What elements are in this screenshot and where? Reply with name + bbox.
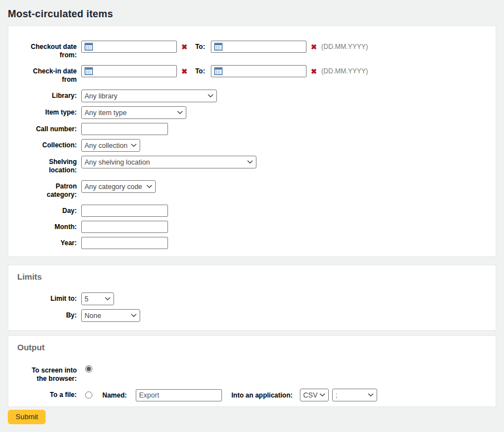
calendar-icon[interactable] xyxy=(85,67,93,75)
clear-date-icon[interactable]: ✖ xyxy=(311,41,317,51)
calendar-icon[interactable] xyxy=(85,43,93,51)
shelving-location-label: Shelving location: xyxy=(15,156,77,175)
item-type-select-wrap: Any item type xyxy=(81,106,186,119)
checkin-date-row: Check-in date from ✖ To: xyxy=(15,65,487,84)
limit-by-row: By: None xyxy=(15,309,487,322)
page-title: Most-circulated items xyxy=(0,0,504,26)
item-type-select[interactable]: Any item type xyxy=(81,106,186,119)
item-type-label: Item type: xyxy=(15,106,77,117)
clear-date-icon[interactable]: ✖ xyxy=(181,41,187,51)
shelving-location-select-wrap: Any shelving location xyxy=(81,156,256,168)
limit-to-label: Limit to: xyxy=(15,292,77,303)
patron-category-label: Patron category: xyxy=(15,180,77,199)
checkout-date-to-wrap xyxy=(211,41,307,53)
checkout-date-to-label: To: xyxy=(195,41,205,51)
filters-panel: Checkout date from: ✖ To: xyxy=(8,26,496,257)
library-row: Library: Any library xyxy=(15,90,487,102)
library-select-wrap: Any library xyxy=(81,90,217,102)
clear-date-icon[interactable]: ✖ xyxy=(181,65,187,76)
to-screen-label: To screen into the browser: xyxy=(15,364,77,383)
checkout-date-to-input[interactable] xyxy=(211,41,307,53)
collection-row: Collection: Any collection xyxy=(15,139,487,152)
month-label: Month: xyxy=(15,221,77,231)
patron-category-select-wrap: Any category code xyxy=(81,180,156,193)
date-format-hint: (DD.MM.YYYY) xyxy=(322,41,368,51)
checkin-date-to-label: To: xyxy=(195,65,205,75)
to-screen-radio[interactable] xyxy=(85,365,92,373)
month-input[interactable] xyxy=(81,221,168,233)
file-format-select-wrap: CSV xyxy=(300,389,329,401)
to-file-label: To a file: xyxy=(15,391,77,399)
checkin-date-label: Check-in date from xyxy=(15,65,77,84)
call-number-label: Call number: xyxy=(15,123,77,133)
month-row: Month: xyxy=(15,221,487,233)
file-name-input[interactable] xyxy=(136,389,222,401)
limit-by-select-wrap: None xyxy=(81,309,140,322)
limit-by-label: By: xyxy=(15,309,77,320)
call-number-input[interactable] xyxy=(81,123,168,135)
date-format-hint: (DD.MM.YYYY) xyxy=(322,65,368,75)
output-to-file-row: To a file: Named: Into an application: C… xyxy=(15,389,487,401)
collection-select-wrap: Any collection xyxy=(81,139,140,152)
to-file-radio[interactable] xyxy=(85,391,92,399)
library-select[interactable]: Any library xyxy=(81,90,217,102)
day-label: Day: xyxy=(15,205,77,215)
checkout-date-row: Checkout date from: ✖ To: xyxy=(15,41,487,59)
library-label: Library: xyxy=(15,90,77,100)
checkout-date-label: Checkout date from: xyxy=(15,41,77,59)
submit-button[interactable]: Submit xyxy=(8,410,46,424)
shelving-location-select[interactable]: Any shelving location xyxy=(81,156,256,168)
call-number-row: Call number: xyxy=(15,123,487,135)
separator-select-wrap: ; xyxy=(332,389,377,401)
checkin-date-to-wrap xyxy=(211,65,307,77)
checkout-date-from-wrap xyxy=(81,41,177,53)
collection-label: Collection: xyxy=(15,139,77,150)
day-input[interactable] xyxy=(81,205,168,217)
named-label: Named: xyxy=(102,391,127,399)
limits-heading: Limits xyxy=(17,272,487,281)
year-label: Year: xyxy=(15,237,77,247)
limit-to-select-wrap: 5 xyxy=(81,292,114,305)
checkin-date-from-input[interactable] xyxy=(81,65,177,77)
separator-select[interactable]: ; xyxy=(332,389,377,401)
patron-category-select[interactable]: Any category code xyxy=(81,180,156,193)
patron-category-row: Patron category: Any category code xyxy=(15,180,487,199)
item-type-row: Item type: Any item type xyxy=(15,106,487,119)
into-application-label: Into an application: xyxy=(231,391,293,399)
checkout-date-from-input[interactable] xyxy=(81,41,177,53)
calendar-icon[interactable] xyxy=(214,43,223,51)
calendar-icon[interactable] xyxy=(214,67,223,75)
limit-to-select[interactable]: 5 xyxy=(81,292,114,305)
day-row: Day: xyxy=(15,205,487,217)
checkin-date-from-wrap xyxy=(81,65,177,77)
limits-panel: Limits Limit to: 5 By: None xyxy=(8,265,496,331)
limit-by-select[interactable]: None xyxy=(81,309,140,322)
year-row: Year: xyxy=(15,237,487,249)
limit-to-row: Limit to: 5 xyxy=(15,292,487,305)
output-panel: Output To screen into the browser: To a … xyxy=(8,335,496,407)
checkin-date-to-input[interactable] xyxy=(211,65,307,77)
year-input[interactable] xyxy=(81,237,168,249)
output-to-screen-row: To screen into the browser: xyxy=(15,364,487,383)
output-heading: Output xyxy=(17,342,487,352)
shelving-location-row: Shelving location: Any shelving location xyxy=(15,156,487,175)
file-format-select[interactable]: CSV xyxy=(300,389,329,401)
collection-select[interactable]: Any collection xyxy=(81,139,140,152)
clear-date-icon[interactable]: ✖ xyxy=(311,65,317,76)
most-circulated-page: Most-circulated items Checkout date from… xyxy=(0,0,504,432)
